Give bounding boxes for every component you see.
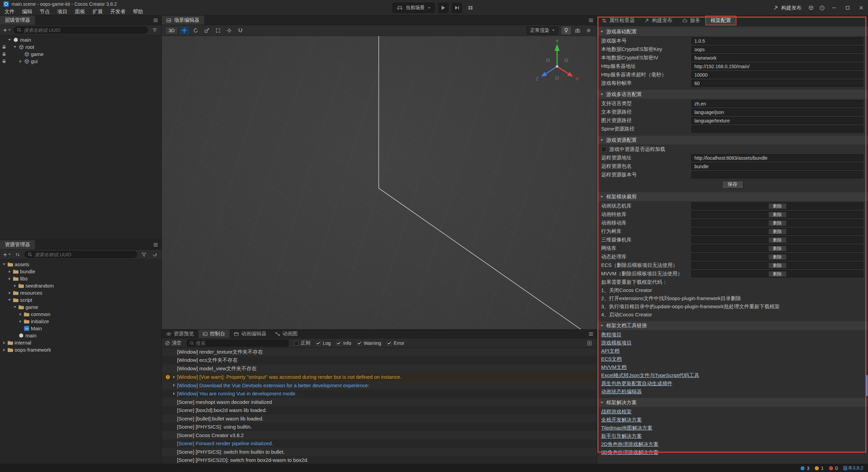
- tree-row[interactable]: common: [0, 311, 161, 318]
- console-panel-menu-icon[interactable]: [585, 330, 597, 338]
- console-row[interactable]: [Scene] Forward render pipeline initiali…: [162, 439, 597, 448]
- console-row[interactable]: [Window] Download the Vue Devtools exten…: [162, 381, 597, 390]
- checkbox-icon[interactable]: [316, 341, 321, 346]
- field-input[interactable]: [691, 71, 863, 78]
- inspector-tab-1[interactable]: 属性检查器: [597, 16, 640, 25]
- hierarchy-search-input[interactable]: [24, 27, 144, 33]
- expand-arrow-icon[interactable]: [18, 313, 23, 316]
- expand-arrow-icon[interactable]: [1, 349, 7, 351]
- delete-button[interactable]: 删除: [768, 229, 787, 235]
- assets-panel-menu-icon[interactable]: [150, 240, 161, 249]
- console-row[interactable]: [Scene] meshopt wasm decoder initialized: [162, 398, 597, 406]
- field-input[interactable]: [691, 163, 863, 170]
- tree-row[interactable]: resources: [0, 289, 161, 296]
- expand-arrow-icon[interactable]: [7, 292, 12, 294]
- lightbulb-button[interactable]: [561, 26, 571, 35]
- tree-row[interactable]: script: [0, 296, 161, 303]
- filter-checkbox[interactable]: Error: [387, 340, 404, 346]
- tree-row[interactable]: internal: [0, 339, 161, 346]
- filter-checkbox[interactable]: 正则: [294, 340, 310, 346]
- inspector-tab-4[interactable]: 框架配置: [705, 16, 736, 25]
- tree-row[interactable]: bundle: [0, 268, 161, 275]
- tree-row[interactable]: root: [0, 43, 161, 51]
- close-button[interactable]: [854, 0, 868, 16]
- field-input[interactable]: [691, 37, 863, 44]
- section-header[interactable]: 框架解决方案: [597, 398, 868, 407]
- field-input[interactable]: [691, 46, 863, 53]
- doc-link[interactable]: Tiledmap地图解决方案: [601, 425, 652, 431]
- lock-icon[interactable]: [1, 59, 7, 63]
- console-row[interactable]: [Window] You are running Vue in developm…: [162, 390, 597, 398]
- field-input[interactable]: [691, 100, 863, 107]
- console-tab-2[interactable]: 控制台: [198, 330, 230, 338]
- menu-item[interactable]: 扩展: [89, 7, 106, 16]
- delete-button[interactable]: 删除: [768, 254, 787, 260]
- scene-tab[interactable]: 场景编辑器: [162, 16, 204, 25]
- axis-neg-y-handle[interactable]: [556, 77, 559, 80]
- field-input[interactable]: [691, 171, 863, 178]
- filter-checkbox[interactable]: Warning: [357, 340, 381, 346]
- console-tab-4[interactable]: 动画图: [271, 330, 302, 338]
- console-row[interactable]: [Scene] [PHYSICS]: switch from builtin t…: [162, 448, 597, 456]
- filter-checkbox[interactable]: Log: [316, 340, 331, 346]
- expander-icon[interactable]: [171, 376, 177, 378]
- expand-arrow-icon[interactable]: [18, 60, 23, 63]
- build-button[interactable]: 构建发布: [769, 5, 806, 11]
- doc-link[interactable]: 全栈开发解决方案: [601, 417, 642, 423]
- expand-arrow-icon[interactable]: [7, 277, 12, 280]
- tree-row[interactable]: gui: [0, 58, 161, 65]
- expand-arrow-icon[interactable]: [12, 46, 18, 48]
- axis-neg-x-handle[interactable]: [547, 59, 550, 62]
- status-error-count[interactable]: 0: [829, 466, 838, 471]
- remote-load-checkbox[interactable]: [601, 147, 606, 152]
- rect-tool-button[interactable]: [213, 26, 223, 35]
- delete-button[interactable]: 删除: [768, 220, 787, 226]
- checkbox-icon[interactable]: [387, 341, 392, 346]
- render-mode-select[interactable]: 正常渲染: [527, 26, 558, 35]
- sort-assets-icon[interactable]: [14, 251, 22, 258]
- status-warn-count[interactable]: 1: [815, 466, 824, 471]
- rotate-tool-button[interactable]: [191, 26, 200, 35]
- minimize-button[interactable]: [827, 0, 841, 16]
- console-row[interactable]: [Scene] [PHYSICS]: using builtin.: [162, 423, 597, 431]
- dimension-toggle[interactable]: 3D: [165, 26, 178, 35]
- delete-button[interactable]: 删除: [768, 237, 787, 243]
- doc-link[interactable]: 教程项目: [601, 332, 622, 338]
- axis-z-cone[interactable]: [541, 72, 547, 77]
- scale-tool-button[interactable]: [202, 26, 212, 35]
- console-row[interactable]: [Window] model_view文件夹不存在: [162, 365, 597, 373]
- tree-row[interactable]: seedrandom: [0, 282, 161, 289]
- delete-button[interactable]: 删除: [768, 245, 787, 252]
- create-node-button[interactable]: [3, 26, 11, 34]
- field-input[interactable]: [691, 109, 863, 116]
- tree-row[interactable]: initialize: [0, 318, 161, 325]
- menu-item[interactable]: 文件: [1, 7, 18, 16]
- field-input[interactable]: [691, 63, 863, 70]
- scene-panel-menu-icon[interactable]: [585, 16, 597, 25]
- field-input[interactable]: [691, 154, 863, 161]
- anchor-tool-button[interactable]: [224, 26, 234, 35]
- delete-button[interactable]: 删除: [768, 212, 787, 218]
- console-row[interactable]: [Window] render_texture文件夹不存在: [162, 348, 597, 356]
- inspector-tab-2[interactable]: 构建发布: [640, 16, 677, 25]
- expand-arrow-icon[interactable]: [12, 306, 18, 308]
- assets-title-tab[interactable]: 资源管理器: [0, 240, 35, 249]
- tree-row[interactable]: game: [0, 303, 161, 311]
- expand-arrow-icon[interactable]: [1, 341, 7, 344]
- field-input[interactable]: [691, 80, 863, 87]
- section-header[interactable]: 游戏资源配置: [597, 136, 868, 144]
- checkbox-icon[interactable]: [294, 341, 299, 346]
- menu-item[interactable]: 帮助: [129, 7, 147, 16]
- hierarchy-title-tab[interactable]: 层级管理器: [0, 16, 35, 25]
- menu-item[interactable]: 编辑: [18, 7, 36, 16]
- expand-arrow-icon[interactable]: [1, 263, 7, 265]
- filter-checkbox[interactable]: Info: [336, 340, 351, 346]
- preview-platform-select[interactable]: 当前场景: [393, 3, 435, 13]
- tree-row[interactable]: game: [0, 51, 161, 58]
- doc-link[interactable]: API文档: [601, 348, 619, 354]
- axis-y-cone[interactable]: [555, 44, 560, 51]
- console-row[interactable]: [Scene] [bullet]:bullet wasm lib loaded.: [162, 414, 597, 423]
- console-search-input[interactable]: [196, 340, 285, 346]
- delete-button[interactable]: 删除: [768, 203, 787, 209]
- delete-button[interactable]: 删除: [768, 271, 787, 277]
